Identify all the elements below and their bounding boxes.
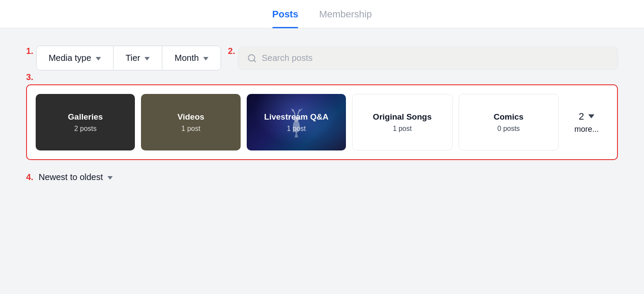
category-comics-title: Comics <box>494 112 524 123</box>
svg-line-1 <box>254 60 255 62</box>
sort-row: 4. Newest to oldest <box>26 172 618 182</box>
media-type-label: Media type <box>49 53 91 63</box>
more-label: more... <box>574 125 599 134</box>
tab-posts-label: Posts <box>272 9 299 20</box>
category-original-songs[interactable]: Original Songs 1 post <box>352 94 452 150</box>
category-comics[interactable]: Comics 0 posts <box>459 94 559 150</box>
tier-chevron-icon <box>144 57 150 60</box>
tier-filter[interactable]: Tier <box>114 46 163 70</box>
category-videos-subtitle: 1 post <box>181 125 201 133</box>
month-filter[interactable]: Month <box>162 46 221 70</box>
annotation-2: 2. <box>228 46 235 56</box>
more-button[interactable]: 2 more... <box>565 107 608 138</box>
tab-membership-label: Membership <box>319 9 372 20</box>
search-wrapper: 2. <box>228 46 618 70</box>
category-galleries-subtitle: 2 posts <box>74 125 97 133</box>
tab-bar: Posts Membership <box>0 0 644 28</box>
category-livestream-subtitle: 1 post <box>287 125 306 133</box>
category-videos[interactable]: Videos 1 post <box>141 94 240 150</box>
tier-label: Tier <box>126 53 141 63</box>
category-container: Galleries 2 posts Videos 1 post Livestre… <box>26 84 618 160</box>
search-box <box>238 47 618 70</box>
annotation-4: 4. <box>26 172 34 182</box>
main-content: 1. Media type Tier Month 2. <box>0 28 644 200</box>
tab-membership[interactable]: Membership <box>319 9 372 28</box>
sort-label: Newest to oldest <box>39 172 103 182</box>
category-videos-title: Videos <box>178 112 205 123</box>
media-type-filter[interactable]: Media type <box>37 46 114 70</box>
search-icon <box>247 53 257 63</box>
category-livestream[interactable]: Livestream Q&A 1 post <box>247 94 346 150</box>
category-galleries[interactable]: Galleries 2 posts <box>36 94 135 150</box>
sort-chevron-icon <box>107 176 113 180</box>
category-section: 3. Galleries 2 posts Videos 1 post <box>26 84 618 160</box>
filter-row: 1. Media type Tier Month 2. <box>26 46 618 70</box>
media-type-chevron-icon <box>96 57 101 60</box>
category-galleries-title: Galleries <box>68 112 103 123</box>
month-label: Month <box>174 53 199 63</box>
tab-posts[interactable]: Posts <box>272 9 299 28</box>
category-livestream-title: Livestream Q&A <box>264 112 329 123</box>
more-count: 2 <box>579 111 584 122</box>
annotation-3: 3. <box>26 72 34 82</box>
search-input[interactable] <box>262 53 609 63</box>
filters-group: Media type Tier Month <box>36 46 221 70</box>
more-chevron-icon <box>588 114 594 118</box>
category-original-songs-title: Original Songs <box>373 112 432 123</box>
month-chevron-icon <box>203 57 208 60</box>
annotation-1: 1. <box>26 46 34 56</box>
category-original-songs-subtitle: 1 post <box>393 125 412 133</box>
sort-button[interactable]: Newest to oldest <box>39 172 113 182</box>
category-comics-subtitle: 0 posts <box>497 125 520 133</box>
